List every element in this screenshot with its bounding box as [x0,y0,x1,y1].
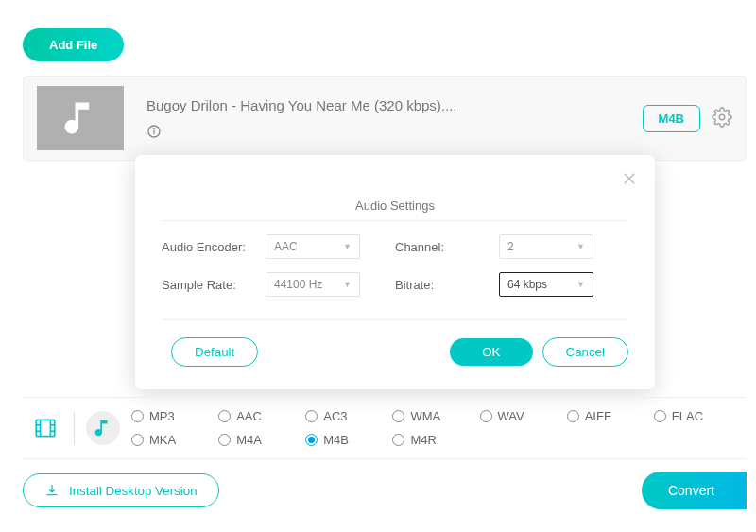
file-info-icon[interactable] [146,123,643,139]
format-wma[interactable]: WMA [392,409,479,423]
file-thumbnail [37,86,124,150]
svg-rect-6 [36,420,55,436]
format-options: MP3 AAC AC3 WMA WAV AIFF FLAC MKA M4A M4… [131,409,741,447]
info-icon [146,124,162,139]
audio-mode-button[interactable] [86,411,120,445]
channel-value: 2 [507,240,514,253]
encoder-select[interactable]: AAC ▼ [266,234,360,259]
install-label: Install Desktop Version [69,484,198,498]
format-flac[interactable]: FLAC [654,409,741,423]
audio-settings-dialog: Audio Settings Audio Encoder: AAC ▼ Chan… [135,155,655,389]
format-aiff[interactable]: AIFF [567,409,654,423]
settings-gear-icon[interactable] [712,107,732,130]
film-icon [33,416,58,440]
music-note-icon [93,418,113,438]
format-mp3[interactable]: MP3 [131,409,218,423]
encoder-label: Audio Encoder: [162,240,266,254]
gear-icon [712,107,732,128]
format-mka[interactable]: MKA [131,433,218,447]
encoder-value: AAC [274,240,298,253]
channel-label: Channel: [395,240,499,254]
format-m4a[interactable]: M4A [218,433,305,447]
convert-button[interactable]: Convert [642,472,747,509]
cancel-button[interactable]: Cancel [542,337,629,367]
chevron-down-icon: ▼ [576,242,585,251]
svg-point-2 [154,128,155,129]
dialog-title: Audio Settings [162,198,628,213]
video-mode-button[interactable] [28,411,62,445]
format-m4b[interactable]: M4B [305,433,392,447]
format-m4r[interactable]: M4R [392,433,479,447]
format-bar: MP3 AAC AC3 WMA WAV AIFF FLAC MKA M4A M4… [23,397,747,459]
close-icon [621,170,638,187]
download-icon [44,483,60,498]
format-badge[interactable]: M4B [643,105,700,132]
divider [74,412,75,444]
add-file-button[interactable]: Add File [23,28,124,61]
sample-rate-label: Sample Rate: [162,278,266,292]
chevron-down-icon: ▼ [343,280,352,289]
install-desktop-button[interactable]: Install Desktop Version [23,473,219,507]
svg-point-3 [719,114,725,120]
close-button[interactable] [621,170,638,190]
sample-rate-value: 44100 Hz [274,278,322,291]
format-ac3[interactable]: AC3 [305,409,392,423]
sample-rate-select[interactable]: 44100 Hz ▼ [266,272,360,297]
bitrate-label: Bitrate: [395,278,499,292]
bitrate-value: 64 kbps [507,278,547,291]
channel-select[interactable]: 2 ▼ [499,234,593,259]
format-aac[interactable]: AAC [218,409,305,423]
ok-button[interactable]: OK [450,338,532,366]
chevron-down-icon: ▼ [343,242,352,251]
file-title: Bugoy Drilon - Having You Near Me (320 k… [146,97,643,113]
format-wav[interactable]: WAV [480,409,567,423]
bitrate-select[interactable]: 64 kbps ▼ [499,272,593,297]
chevron-down-icon: ▼ [576,280,585,289]
file-row: Bugoy Drilon - Having You Near Me (320 k… [23,76,747,161]
music-note-icon [60,97,101,139]
bottom-bar: Install Desktop Version Convert [23,472,747,509]
default-button[interactable]: Default [171,337,258,367]
